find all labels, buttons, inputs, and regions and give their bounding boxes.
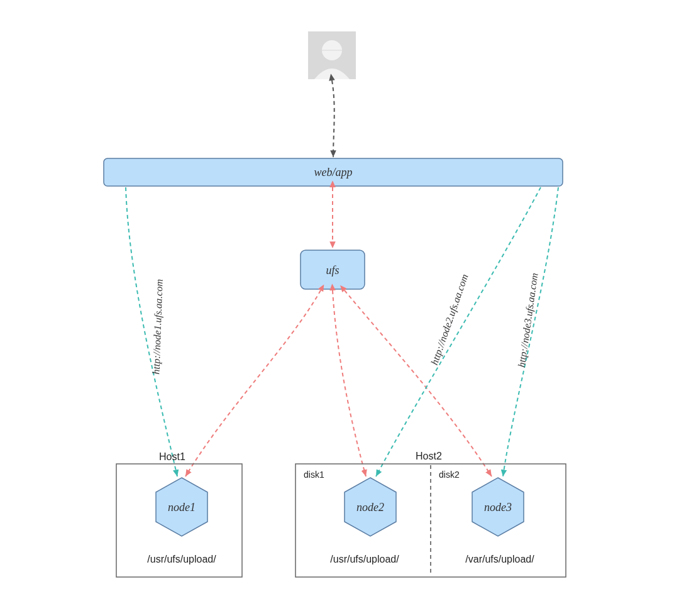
webapp-box: web/app bbox=[104, 158, 563, 186]
host1-title: Host1 bbox=[159, 451, 185, 462]
edge-ufs-node1 bbox=[185, 290, 321, 476]
url-node3: http://node3.ufs.aa.com bbox=[516, 272, 541, 368]
node3-hexagon: node3 bbox=[472, 478, 524, 536]
node2-hexagon: node2 bbox=[345, 478, 396, 536]
webapp-label: web/app bbox=[314, 166, 353, 179]
node1-hexagon: node1 bbox=[156, 478, 207, 536]
node2-path: /usr/ufs/upload/ bbox=[330, 554, 399, 564]
architecture-diagram: web/app ufs http://node1.ufs.aa.com http… bbox=[0, 0, 679, 616]
edge-user-webapp bbox=[332, 80, 334, 157]
disk1-label: disk1 bbox=[304, 470, 324, 480]
ufs-box: ufs bbox=[301, 250, 365, 289]
user-icon bbox=[308, 31, 356, 79]
url-node1: http://node1.ufs.aa.com bbox=[150, 279, 165, 375]
host2-container: Host2 disk1 node2 /usr/ufs/upload/ disk2… bbox=[295, 451, 566, 577]
node2-label: node2 bbox=[356, 501, 384, 514]
host1-container: Host1 node1 /usr/ufs/upload/ bbox=[116, 451, 242, 577]
node3-path: /var/ufs/upload/ bbox=[465, 554, 534, 564]
edge-ufs-node3 bbox=[345, 290, 492, 476]
disk2-label: disk2 bbox=[439, 470, 460, 480]
host2-title: Host2 bbox=[416, 451, 442, 461]
ufs-label: ufs bbox=[326, 264, 339, 277]
edge-webapp-node2 bbox=[376, 187, 541, 476]
node1-label: node1 bbox=[168, 501, 196, 514]
node3-label: node3 bbox=[484, 501, 512, 514]
edge-ufs-node2 bbox=[333, 290, 366, 476]
node1-path: /usr/ufs/upload/ bbox=[147, 554, 216, 564]
url-node2: http://node2.ufs.aa.com bbox=[429, 273, 470, 366]
